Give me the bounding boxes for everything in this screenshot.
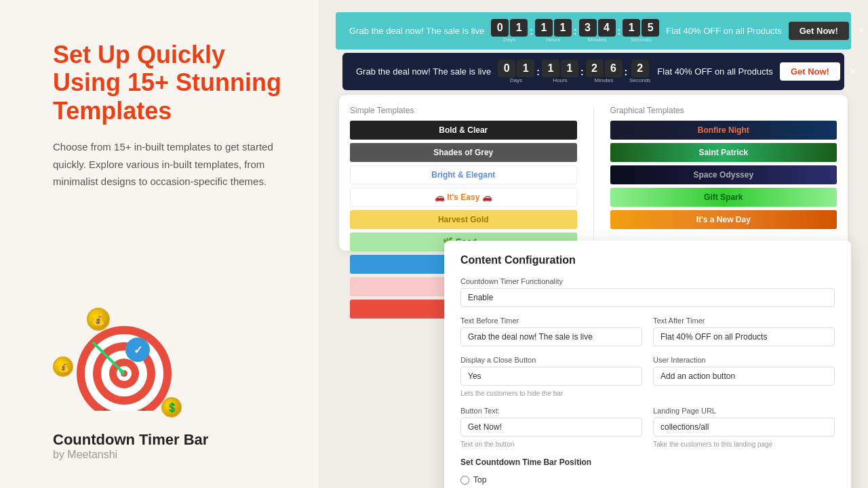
teal-digit-0: 0 [491, 19, 509, 37]
blue-digit-2: 1 [542, 60, 559, 77]
product-title: Countdown Timer Bar [53, 431, 208, 449]
close-button-select[interactable]: Yes [460, 367, 642, 386]
teal-close-btn[interactable]: × [856, 25, 867, 37]
template-shades-grey[interactable]: Shades of Grey [350, 143, 577, 162]
blue-digit-0: 0 [498, 60, 515, 77]
teal-sep1: : [530, 26, 533, 37]
divider [593, 106, 594, 240]
graphical-template-list: Bonfire Night Saint Patrick Space Odysse… [610, 121, 837, 229]
text-after-label: Text After Timer [653, 317, 835, 325]
position-top-label: Top [473, 475, 486, 485]
landing-url-input[interactable] [653, 418, 835, 436]
bottom-info: 💰 💰 💲 ✓ [53, 323, 208, 461]
user-interaction-field: User Interaction Add an action button [653, 356, 835, 397]
teal-sep2: : [574, 26, 577, 37]
button-text-field: Button Text: Text on the button [460, 407, 642, 448]
text-after-field: Text After Timer [653, 317, 835, 346]
config-row-position: Set Countdown Time Bar Position Top Top … [460, 458, 835, 488]
close-button-hint: Lets the customers to hide the bar [460, 390, 642, 397]
config-row-functionality: Countdown Timer Functionality Enable [460, 277, 835, 307]
template-harvest-gold[interactable]: Harvest Gold [350, 210, 577, 229]
teal-hours-label: Hours [546, 37, 560, 43]
template-saint-patrick[interactable]: Saint Patrick [610, 143, 837, 162]
button-text-hint: Text on the button [460, 441, 642, 448]
blue-timer-digits: 0 1 Days : 1 1 Hours : 2 6 Minutes [498, 60, 650, 83]
blue-get-now-btn[interactable]: Get Now! [780, 62, 840, 81]
user-interaction-select[interactable]: Add an action button [653, 367, 835, 386]
text-before-field: Text Before Timer [460, 317, 642, 346]
blue-digit-3: 1 [561, 60, 578, 77]
close-button-field: Display a Close Button Yes Lets the cust… [460, 356, 642, 397]
config-panel: Content Configuration Countdown Timer Fu… [444, 241, 851, 488]
blue-bar-text-after: Flat 40% OFF on all Products [657, 66, 773, 77]
blue-digit-1: 1 [517, 60, 534, 77]
template-space-odyssey[interactable]: Space Odyssey [610, 165, 837, 184]
left-panel: Set Up Quickly Using 15+ Stunning Templa… [0, 0, 319, 488]
timer-bar-teal: Grab the deal now! The sale is live 0 1 … [336, 12, 851, 49]
teal-seconds-label: Seconds [631, 37, 652, 43]
text-before-label: Text Before Timer [460, 317, 642, 325]
button-text-label: Button Text: [460, 407, 642, 415]
simple-templates-title: Simple Templates [350, 106, 577, 115]
teal-digit-4: 3 [579, 19, 597, 37]
teal-days-label: Days [503, 37, 515, 43]
main-heading: Set Up Quickly Using 15+ Stunning Templa… [53, 41, 292, 125]
landing-url-hint: Take the customers to this landing page [653, 441, 835, 448]
timer-bar-blue: Grab the deal now! The sale is live 0 1 … [342, 53, 844, 90]
teal-minutes-label: Minutes [588, 37, 607, 43]
position-top[interactable]: Top [460, 475, 835, 485]
right-panel: Grab the deal now! The sale is live 0 1 … [319, 0, 868, 488]
teal-digit-5: 4 [598, 19, 616, 37]
text-before-input[interactable] [460, 327, 642, 346]
config-row-close-interaction: Display a Close Button Yes Lets the cust… [460, 356, 835, 397]
functionality-select[interactable]: Enable [460, 288, 835, 307]
graphical-templates-col: Graphical Templates Bonfire Night Saint … [610, 106, 837, 240]
position-radio-group: Top Top (Sticky) Bottom Bottom (Sticky) [460, 475, 835, 488]
close-button-label: Display a Close Button [460, 356, 642, 364]
blue-bar-text-before: Grab the deal now! The sale is live [356, 66, 491, 77]
blue-digit-6: 2 [631, 60, 649, 77]
templates-area: Simple Templates Bold & Clear Shades of … [339, 95, 848, 251]
config-row-button: Button Text: Text on the button Landing … [460, 407, 835, 448]
teal-digit-7: 5 [642, 19, 659, 37]
functionality-field: Countdown Timer Functionality Enable [460, 277, 835, 307]
blue-digit-4: 2 [586, 60, 604, 77]
landing-url-field: Landing Page URL Take the customers to t… [653, 407, 835, 448]
button-text-input[interactable] [460, 418, 642, 436]
user-interaction-label: User Interaction [653, 356, 835, 364]
simple-templates-col: Simple Templates Bold & Clear Shades of … [350, 106, 577, 240]
template-its-easy[interactable]: 🚗 It's Easy 🚗 [350, 188, 577, 207]
template-bold-clear[interactable]: Bold & Clear [350, 121, 577, 140]
teal-bar-text-before: Grab the deal now! The sale is live [349, 26, 484, 36]
text-after-input[interactable] [653, 327, 835, 346]
blue-close-btn[interactable]: × [847, 66, 859, 78]
teal-bar-text-after: Flat 40% OFF on all Products [666, 26, 782, 36]
position-section-title: Set Countdown Time Bar Position [460, 458, 835, 467]
teal-get-now-btn[interactable]: Get Now! [789, 22, 849, 40]
graphical-templates-title: Graphical Templates [610, 106, 837, 115]
teal-digit-2: 1 [535, 19, 553, 37]
template-new-day[interactable]: It's a New Day [610, 210, 837, 229]
template-bright-elegant[interactable]: Bright & Elegant [350, 165, 577, 184]
teal-digit-1: 1 [510, 19, 528, 37]
landing-url-label: Landing Page URL [653, 407, 835, 415]
teal-timer-digits: 0 1 Days : 1 1 Hours : 3 4 Minutes [491, 19, 659, 43]
template-bonfire-night[interactable]: Bonfire Night [610, 121, 837, 140]
teal-sep3: : [618, 26, 621, 37]
blue-digit-5: 6 [605, 60, 623, 77]
description: Choose from 15+ in-built templates to ge… [53, 138, 292, 190]
product-subtitle: by Meetanshi [53, 449, 208, 461]
svg-text:✓: ✓ [134, 344, 142, 356]
config-title: Content Configuration [460, 254, 835, 266]
functionality-label: Countdown Timer Functionality [460, 277, 835, 285]
teal-digit-6: 1 [623, 19, 640, 37]
teal-digit-3: 1 [554, 19, 572, 37]
position-field: Set Countdown Time Bar Position Top Top … [460, 458, 835, 488]
config-row-text: Text Before Timer Text After Timer [460, 317, 835, 346]
position-top-radio[interactable] [460, 476, 469, 485]
template-gift-spark[interactable]: Gift Spark [610, 188, 837, 207]
